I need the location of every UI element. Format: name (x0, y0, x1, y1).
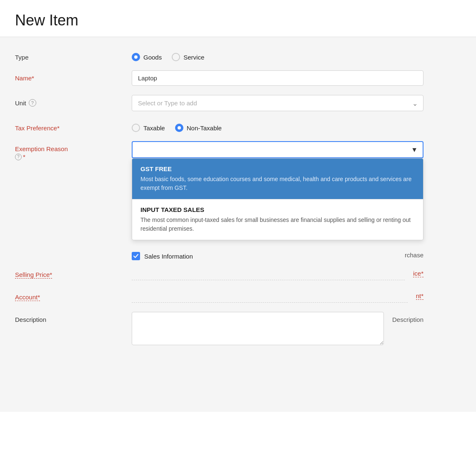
gst-free-desc: Most basic foods, some education courses… (140, 175, 415, 192)
account-right-label: nt* (416, 292, 423, 300)
input-taxed-desc: The most common input-taxed sales for sm… (140, 216, 415, 233)
service-label: Service (183, 54, 204, 61)
tax-preference-control: Taxable Non-Taxable (132, 120, 423, 132)
name-label: Name* (15, 70, 132, 82)
description-right-label: Description (392, 312, 423, 323)
selling-price-text: Selling Price* (15, 271, 52, 279)
account-row: Account* nt* (15, 289, 461, 303)
account-input-area (132, 289, 408, 303)
sales-info-checkbox-label[interactable]: Sales Information (132, 249, 193, 260)
exemption-control: ▼ GST FREE Most basic foods, some educat… (132, 141, 423, 240)
type-label: Type (15, 50, 132, 61)
exemption-select-wrapper: ▼ (132, 141, 423, 158)
taxable-label: Taxable (143, 124, 165, 132)
sales-information-row: Sales Information rchase (15, 249, 461, 260)
name-row: Name* (15, 70, 461, 86)
input-taxed-option[interactable]: INPUT TAXED SALES The most common input-… (132, 199, 423, 240)
sales-info-control: Sales Information rchase (132, 249, 423, 260)
taxable-option[interactable]: Taxable (132, 124, 165, 132)
exemption-dropdown: GST FREE Most basic foods, some educatio… (132, 158, 423, 240)
account-text: Account* (15, 294, 40, 301)
tax-preference-label: Tax Preference* (15, 120, 132, 132)
sales-info-checkbox[interactable] (132, 252, 140, 260)
gst-free-option[interactable]: GST FREE Most basic foods, some educatio… (132, 159, 423, 199)
account-control: nt* (132, 289, 423, 303)
selling-price-control: ice* (132, 267, 423, 280)
unit-row: Unit ? Select or Type to add ⌄ (15, 95, 461, 111)
non-taxable-radio[interactable] (175, 124, 183, 132)
input-taxed-title: INPUT TAXED SALES (140, 206, 415, 213)
goods-label: Goods (143, 54, 162, 61)
service-radio[interactable] (172, 53, 180, 61)
gst-free-title: GST FREE (140, 165, 415, 172)
exemption-reason-row: Exemption Reason ? * ▼ GST FREE Most bas… (15, 141, 461, 240)
unit-label: Unit ? (15, 95, 132, 107)
unit-control: Select or Type to add ⌄ (132, 95, 423, 111)
account-label: Account* (15, 289, 132, 301)
type-row: Type Goods Service (15, 50, 461, 61)
selling-price-input-area (132, 267, 405, 280)
exemption-help-icon[interactable]: ? (15, 154, 22, 160)
tax-radio-group: Taxable Non-Taxable (132, 120, 423, 132)
selling-price-right-label: ice* (413, 270, 423, 277)
selling-price-row: Selling Price* ice* (15, 267, 461, 280)
exemption-reason-text: Exemption Reason (15, 145, 68, 152)
page-title: New Item (15, 12, 461, 29)
description-row: Description Description (15, 312, 461, 345)
unit-select[interactable]: Select or Type to add (132, 95, 423, 111)
tax-preference-row: Tax Preference* Taxable Non-Taxable (15, 120, 461, 132)
form-area: Type Goods Service Name* Unit (0, 37, 476, 412)
unit-select-wrapper: Select or Type to add ⌄ (132, 95, 423, 111)
page-header: New Item (0, 0, 476, 37)
name-control (132, 70, 423, 86)
selling-price-label: Selling Price* (15, 267, 132, 279)
taxable-radio[interactable] (132, 124, 140, 132)
unit-help-icon[interactable]: ? (29, 99, 36, 107)
purchase-label: rchase (405, 251, 423, 259)
exemption-required-star: * (23, 153, 25, 160)
service-option[interactable]: Service (172, 53, 204, 61)
exemption-label: Exemption Reason ? * (15, 141, 132, 160)
description-label: Description (15, 312, 132, 323)
non-taxable-label: Non-Taxable (187, 124, 222, 132)
description-control: Description (132, 312, 423, 345)
type-control: Goods Service (132, 50, 423, 61)
name-input[interactable] (132, 70, 423, 86)
goods-radio[interactable] (132, 53, 140, 61)
description-textarea[interactable] (132, 312, 384, 345)
non-taxable-option[interactable]: Non-Taxable (175, 124, 222, 132)
type-radio-group: Goods Service (132, 50, 423, 61)
sales-info-text: Sales Information (144, 253, 193, 260)
goods-option[interactable]: Goods (132, 53, 162, 61)
exemption-select[interactable] (132, 141, 423, 158)
